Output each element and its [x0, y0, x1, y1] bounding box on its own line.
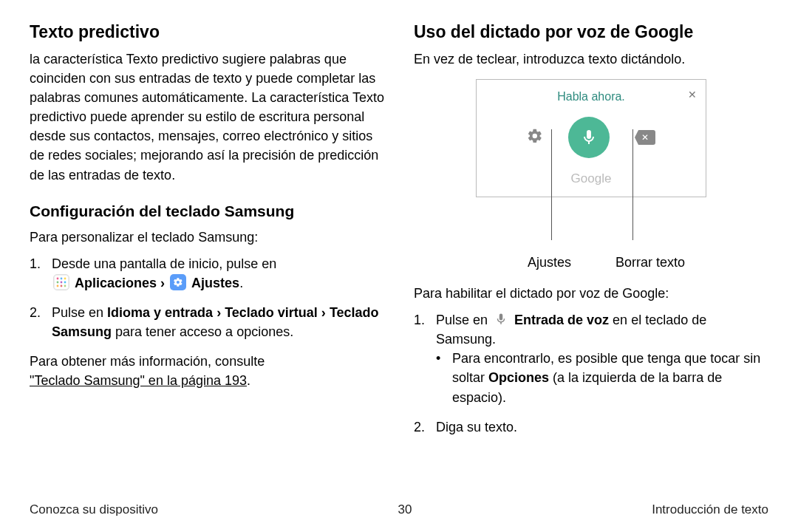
voice-input-panel: Habla ahora. ✕ ✕ Google: [476, 79, 706, 197]
google-logo: Google: [477, 171, 706, 186]
voice-step-2: Diga su texto.: [414, 417, 768, 437]
customize-steps: Desde una pantalla de inicio, pulse en A…: [30, 254, 384, 341]
voice-step-1-bullet: Para encontrarlo, es posible que tenga q…: [436, 349, 768, 406]
page-footer: Conozca su dispositivo 30 Introducción d…: [30, 502, 768, 517]
svg-point-4: [61, 282, 63, 284]
svg-point-3: [57, 282, 59, 284]
voice-settings-icon[interactable]: [527, 128, 543, 147]
heading-predictive-text: Texto predictivo: [30, 22, 384, 42]
footer-page-number: 30: [398, 502, 412, 517]
callout-lines: [476, 203, 706, 255]
apps-label: Aplicaciones: [75, 276, 157, 290]
callout-labels: Ajustes Borrar texto: [476, 255, 706, 270]
svg-point-1: [61, 278, 63, 280]
mic-button[interactable]: [568, 117, 610, 158]
apps-grid-icon: [53, 274, 69, 290]
callout-settings: Ajustes: [528, 255, 571, 270]
footer-left: Conozca su dispositivo: [30, 502, 158, 517]
right-column: Uso del dictado por voz de Google En vez…: [414, 22, 768, 447]
settings-label: Ajustes: [191, 276, 239, 290]
predictive-text-description: la característica Texto predictivo sugie…: [30, 50, 384, 185]
footer-right: Introducción de texto: [652, 502, 768, 517]
heading-google-voice: Uso del dictado por voz de Google: [414, 22, 768, 42]
close-icon[interactable]: ✕: [688, 89, 697, 100]
svg-point-2: [64, 278, 66, 280]
svg-point-7: [61, 285, 63, 287]
step-1: Desde una pantalla de inicio, pulse en A…: [30, 254, 384, 293]
samsung-keyboard-link[interactable]: "Teclado Samsung" en la página 193: [30, 373, 247, 388]
backspace-icon[interactable]: ✕: [635, 130, 655, 145]
svg-point-5: [64, 282, 66, 284]
voice-step-1: Pulse en Entrada de voz en el teclado de…: [414, 310, 768, 406]
svg-point-0: [57, 278, 59, 280]
callout-delete-text: Borrar texto: [615, 255, 685, 270]
heading-samsung-keyboard-config: Configuración del teclado Samsung: [30, 202, 384, 220]
mic-icon: [493, 311, 509, 327]
more-info: Para obtener más información, consulte "…: [30, 352, 384, 390]
customize-intro: Para personalizar el teclado Samsung:: [30, 228, 384, 247]
speak-now-label: Habla ahora.: [557, 90, 625, 103]
enable-voice-steps: Pulse en Entrada de voz en el teclado de…: [414, 310, 768, 437]
left-column: Texto predictivo la característica Texto…: [30, 22, 384, 447]
enable-voice-intro: Para habilitar el dictado por voz de Goo…: [414, 284, 768, 303]
settings-gear-icon: [170, 274, 186, 290]
step-2: Pulse en Idioma y entrada › Teclado virt…: [30, 303, 384, 341]
svg-point-8: [64, 285, 66, 287]
svg-point-6: [57, 285, 59, 287]
voice-intro: En vez de teclear, introduzca texto dict…: [414, 50, 768, 69]
